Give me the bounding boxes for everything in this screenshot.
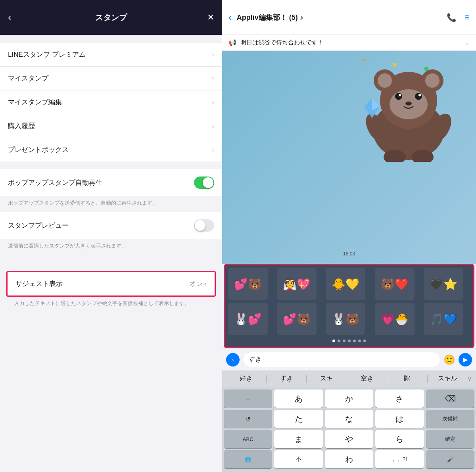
menu-item-purchase-history[interactable]: 購入履歴 › (0, 114, 222, 138)
confirm-button[interactable]: 確定 (426, 430, 474, 448)
sticker-grid-row1: 💕🐻 👰💖 🐥💛 🐻❤️ 🖤⭐ (228, 268, 470, 300)
svg-point-10 (418, 94, 421, 96)
stamp-preview-toggle[interactable] (194, 219, 214, 232)
suggestion-1[interactable]: 好き (226, 373, 266, 384)
suggestion-5[interactable]: 隙 (387, 373, 427, 384)
key-abc[interactable]: ABC (224, 430, 272, 448)
sticker-item[interactable]: 🐰💕 (228, 303, 268, 335)
dot-4 (348, 340, 351, 342)
stamp-preview-description: 送信前に選択したスタンプが大きく表示されます。 (0, 239, 222, 255)
chat-title: Appliv編集部！ (5) ♪ (237, 13, 442, 22)
next-candidate-button[interactable]: 次候補 (426, 410, 474, 428)
dot-2 (338, 340, 340, 342)
chevron-right-icon: › (212, 98, 214, 106)
svg-point-4 (378, 73, 392, 88)
settings-section: ポップアップスタンプ自動再生 ポップアップスタンプを送受信すると、自動的に再生さ… (0, 169, 222, 255)
announcement-text: 明日は渋谷で待ち合わせです！ (240, 39, 461, 46)
sticker-item[interactable]: 🐻❤️ (375, 268, 415, 300)
key-arrow[interactable]: → (224, 389, 272, 408)
menu-item-label: マイスタンプ編集 (8, 98, 62, 107)
menu-item-line-stamp-premium[interactable]: LINEスタンプ プレミアム › (0, 43, 222, 67)
page-title: スタンプ (95, 12, 127, 23)
sticker-grid-row2: 🐰💕 💕🐻 🐰🐻 💗🐣 🎵💙 (228, 303, 470, 335)
keyboard-row-2: ↺ た な は 次候補 (224, 410, 474, 428)
menu-item-label: 購入履歴 (8, 121, 35, 130)
chevron-right-icon: › (212, 74, 214, 83)
suggestion-4[interactable]: 空き (347, 373, 387, 384)
menu-item-my-stamp-edit[interactable]: マイスタンプ編集 › (0, 90, 222, 114)
right-panel: ‹ Appliv編集部！ (5) ♪ 📞 ≡ 📢 明日は渋谷で待ち合わせです！ … (222, 0, 476, 472)
menu-item-present-box[interactable]: プレゼントボックス › (0, 138, 222, 161)
message-input[interactable]: すき (243, 352, 440, 367)
back-button[interactable]: ‹ (228, 11, 232, 23)
announcement-bar: 📢 明日は渋谷で待ち合わせです！ ⌄ (222, 35, 476, 51)
suggestion-2[interactable]: すき (267, 373, 307, 384)
back-button[interactable]: ‹ (8, 12, 11, 23)
close-button[interactable]: ✕ (207, 12, 214, 23)
sticker-item[interactable]: 💗🐣 (375, 303, 415, 335)
key-na[interactable]: な (325, 410, 373, 428)
emoji-button[interactable]: 🙂 (443, 354, 455, 365)
key-mic[interactable]: 🎤 (426, 450, 474, 468)
key-ko[interactable]: 小 (274, 450, 322, 468)
keyboard-row-3: ABC ま や ら 確定 (224, 430, 474, 448)
suggest-description: 入力したテキストに適したスタンプや絵文字を変換候補として表示します。 (6, 297, 216, 313)
dot-5 (353, 340, 356, 342)
dot-6 (358, 340, 361, 342)
left-header: ‹ スタンプ ✕ (0, 0, 222, 35)
menu-icon[interactable]: ≡ (464, 12, 470, 23)
expand-button[interactable]: › (226, 353, 240, 366)
sticker-page-dots (228, 338, 470, 344)
toggle-knob (195, 220, 205, 231)
key-ya[interactable]: や (325, 430, 373, 448)
send-button[interactable]: ▶ (459, 353, 472, 366)
right-header: ‹ Appliv編集部！ (5) ♪ 📞 ≡ (222, 0, 476, 35)
menu-section: LINEスタンプ プレミアム › マイスタンプ › マイスタンプ編集 › 購入履… (0, 43, 222, 161)
key-a[interactable]: あ (274, 389, 322, 408)
popup-stamp-description: ポップアップスタンプを送受信すると、自動的に再生されます。 (0, 196, 222, 212)
key-wa[interactable]: わ (325, 450, 373, 468)
chevron-right-icon: › (212, 50, 214, 59)
sticker-item[interactable]: 💕🐻 (228, 268, 268, 300)
sticker-item[interactable]: 👰💖 (277, 268, 317, 300)
svg-point-7 (395, 93, 402, 100)
phone-icon[interactable]: 📞 (447, 13, 457, 22)
key-ma[interactable]: ま (274, 430, 322, 448)
dot-1 (332, 340, 335, 342)
keyboard-rows: → あ か さ ⌫ ↺ た な は 次候補 ABC ま や ら 確定 (222, 387, 476, 472)
key-ka[interactable]: か (325, 389, 373, 408)
sticker-item[interactable]: 🐰🐻 (326, 303, 365, 335)
key-sa[interactable]: さ (375, 389, 424, 408)
stamp-preview-label: スタンププレビュー (8, 221, 69, 230)
message-timestamp: 18:03 (343, 251, 355, 257)
suggestion-6[interactable]: スキル (428, 373, 468, 384)
left-panel: ‹ スタンプ ✕ LINEスタンプ プレミアム › マイスタンプ › マイスタン… (0, 0, 222, 472)
popup-stamp-toggle[interactable] (194, 177, 214, 189)
sticker-tray: 💕🐻 👰💖 🐥💛 🐻❤️ 🖤⭐ 🐰💕 💕🐻 🐰🐻 💗🐣 🎵💙 (224, 264, 474, 348)
menu-item-label: プレゼントボックス (8, 145, 69, 154)
menu-item-my-stamp[interactable]: マイスタンプ › (0, 67, 222, 90)
key-ha[interactable]: は (375, 410, 424, 428)
sticker-item[interactable]: 🐥💛 (326, 268, 365, 300)
chevron-right-icon: › (212, 122, 214, 130)
sticker-item[interactable]: 💕🐻 (277, 303, 317, 335)
key-ta[interactable]: た (274, 410, 322, 428)
suggestion-3[interactable]: スキ (307, 373, 347, 384)
menu-item-label: LINEスタンプ プレミアム (8, 50, 86, 59)
key-ra[interactable]: ら (375, 430, 424, 448)
announcement-icon: 📢 (228, 39, 236, 46)
suggest-display-setting[interactable]: サジェスト表示 オン › (6, 271, 216, 297)
suggest-label: サジェスト表示 (15, 279, 63, 288)
stamp-preview-setting: スタンププレビュー (0, 212, 222, 239)
sticker-item[interactable]: 🎵💙 (424, 303, 463, 335)
menu-item-label: マイスタンプ (8, 74, 48, 83)
suggestions-expand-icon[interactable]: ∨ (467, 375, 472, 382)
key-globe[interactable]: 🌐 (224, 450, 272, 468)
key-punctuation[interactable]: 。、?! (375, 450, 424, 468)
sticker-item[interactable]: 🖤⭐ (424, 268, 463, 300)
chat-area: 18:03 (222, 51, 476, 264)
key-undo[interactable]: ↺ (224, 410, 272, 428)
chevron-down-icon[interactable]: ⌄ (464, 39, 470, 46)
delete-button[interactable]: ⌫ (426, 389, 474, 408)
svg-point-8 (415, 93, 422, 100)
